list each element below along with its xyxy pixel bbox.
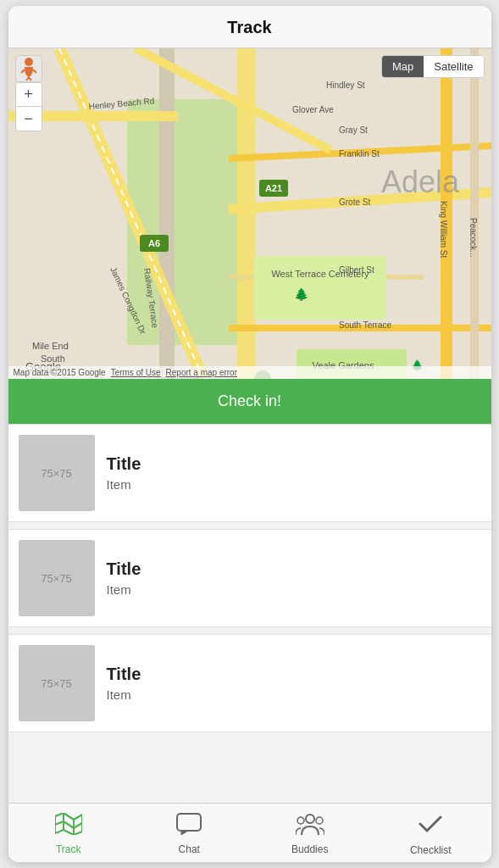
list-thumbnail-2: 75×75 xyxy=(19,645,95,721)
pegman-button[interactable] xyxy=(15,55,42,82)
svg-point-58 xyxy=(316,817,323,824)
svg-line-53 xyxy=(64,830,74,835)
svg-text:Hindley St: Hindley St xyxy=(326,81,365,90)
tab-chat[interactable]: Chat xyxy=(129,804,250,862)
svg-text:A21: A21 xyxy=(264,183,281,193)
zoom-controls: + − xyxy=(15,82,42,131)
list-item-text-1: Item xyxy=(107,582,141,597)
list-text-1: Title Item xyxy=(107,559,141,597)
header: Track xyxy=(8,6,491,48)
svg-rect-3 xyxy=(159,48,175,379)
pegman-icon xyxy=(20,57,37,81)
chat-icon xyxy=(176,813,202,840)
svg-point-56 xyxy=(306,815,314,823)
map-container: A6 A21 West Terrace Cemetery 🌲 Veale Gar… xyxy=(8,48,491,379)
buddies-icon xyxy=(296,813,324,840)
svg-text:Franklin St: Franklin St xyxy=(339,149,380,159)
svg-text:Grote St: Grote St xyxy=(339,198,370,207)
phone-container: Track xyxy=(8,6,491,862)
svg-rect-13 xyxy=(470,48,479,379)
list-container: 75×75 Title Item 75×75 Title Item 75×75 … xyxy=(8,424,491,803)
tab-checklist[interactable]: Checklist xyxy=(370,804,491,862)
list-title-1: Title xyxy=(107,559,141,579)
list-item[interactable]: 75×75 Title Item xyxy=(8,634,491,732)
tab-track-label: Track xyxy=(56,843,81,855)
map-type-controls: Map Satellite xyxy=(381,55,485,78)
list-text-0: Title Item xyxy=(107,454,141,492)
tab-checklist-label: Checklist xyxy=(410,844,452,856)
list-thumbnail-1: 75×75 xyxy=(19,540,95,616)
list-title-0: Title xyxy=(107,454,141,474)
zoom-in-button[interactable]: + xyxy=(16,83,42,107)
map-svg: A6 A21 West Terrace Cemetery 🌲 Veale Gar… xyxy=(8,48,491,379)
svg-rect-55 xyxy=(177,814,201,831)
list-title-2: Title xyxy=(107,665,141,684)
list-thumbnail-0: 75×75 xyxy=(19,435,95,511)
map-type-satellite-button[interactable]: Satellite xyxy=(424,56,483,77)
svg-line-52 xyxy=(55,830,64,833)
svg-text:South Terrace: South Terrace xyxy=(339,320,392,330)
list-text-2: Title Item xyxy=(107,665,141,702)
list-item-text-0: Item xyxy=(107,477,141,492)
list-item-text-2: Item xyxy=(107,687,141,702)
report-error[interactable]: Report a map error xyxy=(166,368,237,377)
svg-point-57 xyxy=(297,817,304,824)
svg-text:A6: A6 xyxy=(147,238,159,248)
terms-of-use[interactable]: Terms of Use xyxy=(111,368,161,377)
svg-line-45 xyxy=(33,70,36,73)
svg-text:Gilbert St: Gilbert St xyxy=(339,265,374,275)
svg-line-44 xyxy=(21,70,25,73)
page-title: Track xyxy=(227,18,271,36)
checkin-button[interactable]: Check in! xyxy=(8,379,491,424)
tab-chat-label: Chat xyxy=(179,843,200,855)
map-data-text: Map data ©2015 Google xyxy=(14,368,106,377)
zoom-out-button[interactable]: − xyxy=(16,107,42,131)
list-item[interactable]: 75×75 Title Item xyxy=(8,529,491,627)
map-icon xyxy=(55,813,82,840)
list-item[interactable]: 75×75 Title Item xyxy=(8,424,491,522)
svg-text:Mile End: Mile End xyxy=(32,341,69,351)
tab-track[interactable]: Track xyxy=(8,804,130,862)
tab-bar: Track Chat Buddi xyxy=(8,803,491,862)
svg-text:🌲: 🌲 xyxy=(293,287,308,302)
svg-line-54 xyxy=(74,832,82,835)
svg-text:Adela: Adela xyxy=(381,164,460,199)
map-type-map-button[interactable]: Map xyxy=(382,56,424,77)
svg-text:Peacock...: Peacock... xyxy=(469,218,478,258)
tab-buddies-label: Buddies xyxy=(291,843,328,855)
svg-text:Glover Ave: Glover Ave xyxy=(292,105,334,114)
map-attribution: Map data ©2015 Google Terms of Use Repor… xyxy=(8,366,491,379)
svg-rect-1 xyxy=(127,99,246,345)
svg-line-47 xyxy=(29,77,31,81)
svg-point-43 xyxy=(25,58,33,66)
tab-buddies[interactable]: Buddies xyxy=(250,804,371,862)
svg-text:King William St: King William St xyxy=(439,201,448,258)
checklist-icon xyxy=(419,812,442,841)
svg-text:Gray St: Gray St xyxy=(339,125,368,135)
